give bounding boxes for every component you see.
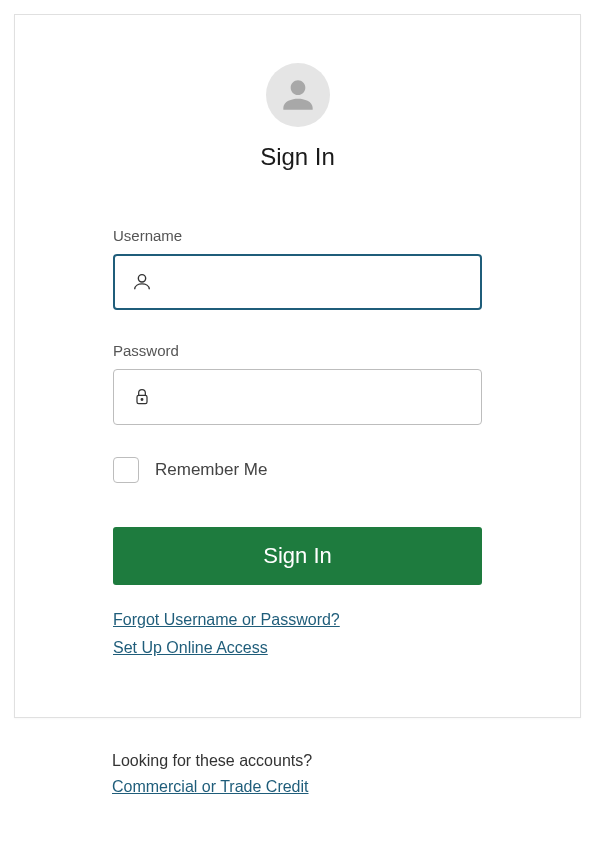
signin-card: Sign In Username Password — [14, 14, 581, 718]
setup-link[interactable]: Set Up Online Access — [113, 639, 268, 656]
below-prompt: Looking for these accounts? — [112, 752, 595, 770]
username-input-wrap — [113, 254, 482, 310]
username-input[interactable] — [113, 254, 482, 310]
forgot-link[interactable]: Forgot Username or Password? — [113, 611, 340, 628]
signin-form: Username Password Remem — [15, 227, 580, 657]
password-input-wrap — [113, 369, 482, 425]
signin-button[interactable]: Sign In — [113, 527, 482, 585]
person-icon — [276, 73, 320, 117]
forgot-link-row: Forgot Username or Password? — [113, 611, 482, 629]
remember-row: Remember Me — [113, 457, 482, 483]
remember-checkbox[interactable] — [113, 457, 139, 483]
password-label: Password — [113, 342, 482, 359]
commercial-link[interactable]: Commercial or Trade Credit — [112, 778, 309, 795]
page-title: Sign In — [15, 143, 580, 171]
username-label: Username — [113, 227, 482, 244]
setup-link-row: Set Up Online Access — [113, 639, 482, 657]
avatar-placeholder — [266, 63, 330, 127]
below-card-section: Looking for these accounts? Commercial o… — [0, 718, 595, 796]
avatar-container — [15, 63, 580, 127]
remember-label: Remember Me — [155, 460, 267, 480]
password-input[interactable] — [113, 369, 482, 425]
